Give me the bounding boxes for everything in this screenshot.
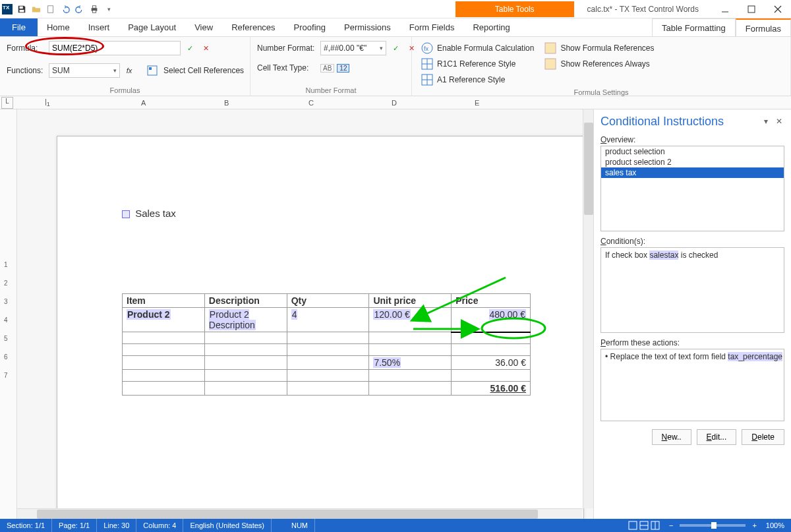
- panel-title: Conditional Instructions: [601, 115, 724, 129]
- ribbon-tabs: File Home Insert Page Layout View Refere…: [0, 18, 791, 37]
- nf-accept-icon[interactable]: ✓: [389, 42, 402, 55]
- tab-formulas[interactable]: Formulas: [736, 18, 791, 36]
- pin-icon[interactable]: ▾: [761, 117, 771, 127]
- col-c: C: [308, 99, 314, 107]
- redo-icon[interactable]: [73, 3, 86, 16]
- functions-label: Functions:: [7, 66, 46, 75]
- print-icon[interactable]: [88, 3, 101, 16]
- ruler-corner-icon[interactable]: L: [1, 97, 13, 109]
- tab-page-layout[interactable]: Page Layout: [119, 18, 185, 36]
- functions-combo[interactable]: SUM: [49, 63, 120, 78]
- cell-text-type-label: Cell Text Type:: [257, 63, 318, 73]
- status-language[interactable]: English (United States): [183, 519, 272, 532]
- salestax-checkbox[interactable]: [122, 210, 130, 218]
- list-item[interactable]: product selection 2: [601, 157, 784, 167]
- r1c1-style-button[interactable]: R1C1 Reference Style: [419, 57, 537, 71]
- select-cell-references-button[interactable]: Select Cell References: [161, 65, 247, 76]
- status-section[interactable]: Section: 1/1: [0, 519, 52, 532]
- overview-listbox[interactable]: product selection product selection 2 sa…: [601, 146, 784, 231]
- table-row: [123, 370, 531, 382]
- number-format-label: Number Format:: [257, 44, 318, 53]
- select-cells-icon: [146, 65, 158, 76]
- formula-label: Formula:: [7, 44, 46, 53]
- th-qty: Qty: [287, 294, 369, 308]
- tab-references[interactable]: References: [222, 18, 284, 36]
- th-desc: Description: [204, 294, 287, 308]
- group-number-format-title: Number Format: [257, 85, 405, 94]
- conditions-box[interactable]: If check box salestax is checked: [601, 247, 784, 333]
- svg-rect-5: [92, 10, 96, 13]
- status-num[interactable]: NUM: [285, 519, 315, 532]
- view-web-icon[interactable]: [651, 521, 660, 530]
- tab-permissions[interactable]: Permissions: [335, 18, 400, 36]
- show-formula-refs-button[interactable]: Show Formula References: [542, 41, 657, 55]
- table-row: [123, 332, 531, 344]
- th-unit: Unit price: [369, 294, 452, 308]
- horizontal-ruler: L |1 A B C D E: [0, 96, 791, 109]
- zoom-level[interactable]: 100%: [759, 519, 791, 532]
- edit-button[interactable]: Edit...: [697, 429, 737, 445]
- tab-table-formatting[interactable]: Table Formatting: [652, 18, 736, 36]
- cell-text-12-button[interactable]: 12: [337, 64, 349, 73]
- svg-rect-17: [545, 43, 556, 53]
- ribbon: Formula: ✓ ✕ Functions: SUM fx Select Ce…: [0, 37, 791, 96]
- overview-label: Overview:: [601, 135, 784, 144]
- list-item[interactable]: product selection: [601, 146, 784, 157]
- grid-a1-icon: [421, 74, 433, 86]
- vertical-scrollbar[interactable]: [583, 109, 593, 508]
- a1-style-button[interactable]: A1 Reference Style: [419, 73, 537, 87]
- cell-text-ab-button[interactable]: AB: [320, 64, 334, 73]
- tab-insert[interactable]: Insert: [79, 18, 119, 36]
- formula-cancel-icon[interactable]: ✕: [199, 42, 212, 55]
- list-item[interactable]: sales tax: [601, 167, 784, 178]
- tab-form-fields[interactable]: Form Fields: [400, 18, 464, 36]
- fx-button[interactable]: fx: [123, 64, 136, 77]
- document-view[interactable]: Sales tax Item Description Qty Unit pric…: [17, 109, 593, 519]
- refs-always-icon: [544, 58, 556, 70]
- refs-icon: [544, 42, 556, 54]
- document-table[interactable]: Item Description Qty Unit price Price Pr…: [122, 293, 531, 396]
- horizontal-scrollbar[interactable]: [17, 508, 583, 519]
- close-button[interactable]: [765, 0, 791, 18]
- svg-rect-0: [20, 6, 23, 9]
- formula-input[interactable]: [49, 41, 181, 55]
- show-refs-always-button[interactable]: Show References Always: [542, 57, 657, 71]
- svg-rect-22: [629, 521, 637, 529]
- delete-button[interactable]: Delete: [742, 429, 784, 445]
- new-icon[interactable]: [44, 3, 57, 16]
- view-draft-icon[interactable]: [639, 521, 649, 530]
- formula-accept-icon[interactable]: ✓: [183, 42, 196, 55]
- zoom-in-button[interactable]: +: [749, 519, 759, 532]
- number-format-combo[interactable]: #,##0.00 "€": [320, 41, 386, 55]
- minimize-button[interactable]: [712, 0, 738, 18]
- tab-reporting[interactable]: Reporting: [463, 18, 519, 36]
- qat-dropdown-icon[interactable]: ▾: [102, 3, 115, 16]
- table-row: 7.50% 36.00 €: [123, 356, 531, 370]
- enable-formula-calc-button[interactable]: fxEnable Formula Calculation: [419, 41, 537, 55]
- functions-value: SUM: [52, 66, 70, 75]
- status-line[interactable]: Line: 30: [97, 519, 136, 532]
- tab-view[interactable]: View: [185, 18, 222, 36]
- svg-rect-1: [20, 9, 24, 12]
- vertical-ruler: 1 2 3 4 5 6 7: [0, 109, 17, 519]
- status-page[interactable]: Page: 1/1: [52, 519, 97, 532]
- maximize-button[interactable]: [738, 0, 765, 18]
- undo-icon[interactable]: [59, 3, 72, 16]
- actions-box[interactable]: • Replace the text of text form field ta…: [601, 349, 784, 421]
- new-button[interactable]: New..: [652, 429, 691, 445]
- tab-home[interactable]: Home: [38, 18, 79, 36]
- zoom-out-button[interactable]: −: [666, 519, 676, 532]
- view-print-icon[interactable]: [628, 521, 637, 530]
- title-bar: ▾ Table Tools calc.tx* - TX Text Control…: [0, 0, 791, 18]
- th-price: Price: [452, 294, 531, 308]
- tab-file[interactable]: File: [0, 18, 38, 36]
- status-column[interactable]: Column: 4: [136, 519, 183, 532]
- zoom-slider[interactable]: [680, 524, 746, 527]
- group-formulas-title: Formulas: [7, 85, 243, 94]
- save-icon[interactable]: [15, 3, 28, 16]
- tab-proofing[interactable]: Proofing: [285, 18, 335, 36]
- open-icon[interactable]: [30, 3, 43, 16]
- close-panel-icon[interactable]: ✕: [774, 117, 784, 127]
- view-buttons[interactable]: [622, 519, 666, 532]
- context-tab-label: Table Tools: [455, 1, 574, 17]
